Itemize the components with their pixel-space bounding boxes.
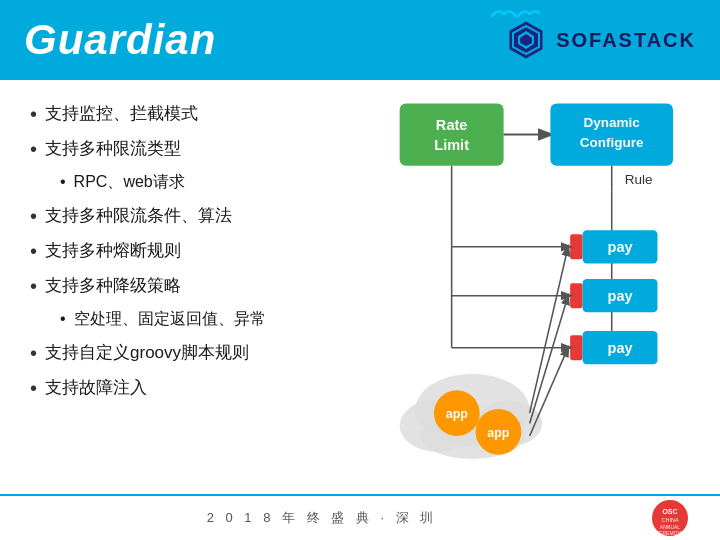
architecture-diagram: Rate Limit Dynamic Configure Rule — [380, 93, 700, 488]
svg-text:pay: pay — [608, 239, 634, 255]
svg-text:pay: pay — [608, 340, 634, 356]
decorative-birds — [490, 6, 540, 26]
svg-text:OSC: OSC — [662, 508, 677, 515]
svg-text:Configure: Configure — [580, 135, 644, 150]
header: Guardian SOFASTACK — [0, 0, 720, 80]
svg-text:Rule: Rule — [625, 172, 653, 187]
list-item: • 支持监控、拦截模式 — [30, 102, 370, 126]
list-item-text: 支持监控、拦截模式 — [45, 102, 198, 125]
footer-text: 2 0 1 8 年 终 盛 典 · 深 圳 — [0, 509, 644, 527]
svg-rect-19 — [570, 234, 582, 259]
feature-list: • 支持监控、拦截模式 • 支持多种限流类型 • RPC、web请求 • 支持多… — [30, 98, 370, 488]
svg-rect-25 — [570, 335, 582, 360]
list-item: • 支持故障注入 — [30, 376, 370, 400]
list-item-text: 支持多种限流条件、算法 — [45, 204, 232, 227]
svg-text:CHINA: CHINA — [661, 517, 678, 523]
list-item-text: 支持故障注入 — [45, 376, 147, 399]
sub-bullet-dot: • — [60, 309, 66, 330]
sub-list-item-text: RPC、web请求 — [74, 172, 185, 193]
list-item: • 支持多种限流条件、算法 — [30, 204, 370, 228]
svg-text:app: app — [487, 426, 510, 440]
list-item: • 支持多种限流类型 — [30, 137, 370, 161]
list-item-text: 支持多种限流类型 — [45, 137, 181, 160]
svg-line-41 — [530, 247, 568, 413]
footer-brand-icon: OSC CHINA ANNUAL CEREMONY — [644, 498, 696, 538]
svg-text:pay: pay — [608, 288, 634, 304]
footer: 2 0 1 8 年 终 盛 典 · 深 圳 OSC CHINA ANNUAL C… — [0, 494, 720, 540]
list-item: • 支持多种熔断规则 — [30, 239, 370, 263]
bullet-dot: • — [30, 239, 37, 263]
svg-text:Dynamic: Dynamic — [584, 115, 641, 130]
list-item-text: 支持多种降级策略 — [45, 274, 181, 297]
footer-logo: OSC CHINA ANNUAL CEREMONY — [644, 498, 696, 538]
sub-list-item: • 空处理、固定返回值、异常 — [60, 309, 370, 330]
svg-text:app: app — [446, 407, 469, 421]
main-content: • 支持监控、拦截模式 • 支持多种限流类型 • RPC、web请求 • 支持多… — [0, 80, 720, 498]
sub-list-item: • RPC、web请求 — [60, 172, 370, 193]
list-item: • 支持多种降级策略 — [30, 274, 370, 298]
bullet-dot: • — [30, 341, 37, 365]
svg-text:Limit: Limit — [434, 137, 469, 153]
sub-bullet-dot: • — [60, 172, 66, 193]
sub-list-item-text: 空处理、固定返回值、异常 — [74, 309, 266, 330]
list-item-text: 支持多种熔断规则 — [45, 239, 181, 262]
svg-text:CEREMONY: CEREMONY — [656, 530, 686, 536]
svg-rect-4 — [400, 103, 504, 165]
list-item-text: 支持自定义groovy脚本规则 — [45, 341, 249, 364]
bullet-dot: • — [30, 274, 37, 298]
bullet-dot: • — [30, 204, 37, 228]
svg-text:Rate: Rate — [436, 117, 468, 133]
brand-name: SOFASTACK — [556, 29, 696, 52]
svg-rect-22 — [570, 283, 582, 308]
bullet-dot: • — [30, 376, 37, 400]
bullet-dot: • — [30, 137, 37, 161]
page-title: Guardian — [24, 16, 216, 64]
diagram-svg: Rate Limit Dynamic Configure Rule — [380, 93, 700, 488]
bullet-dot: • — [30, 102, 37, 126]
list-item: • 支持自定义groovy脚本规则 — [30, 341, 370, 365]
